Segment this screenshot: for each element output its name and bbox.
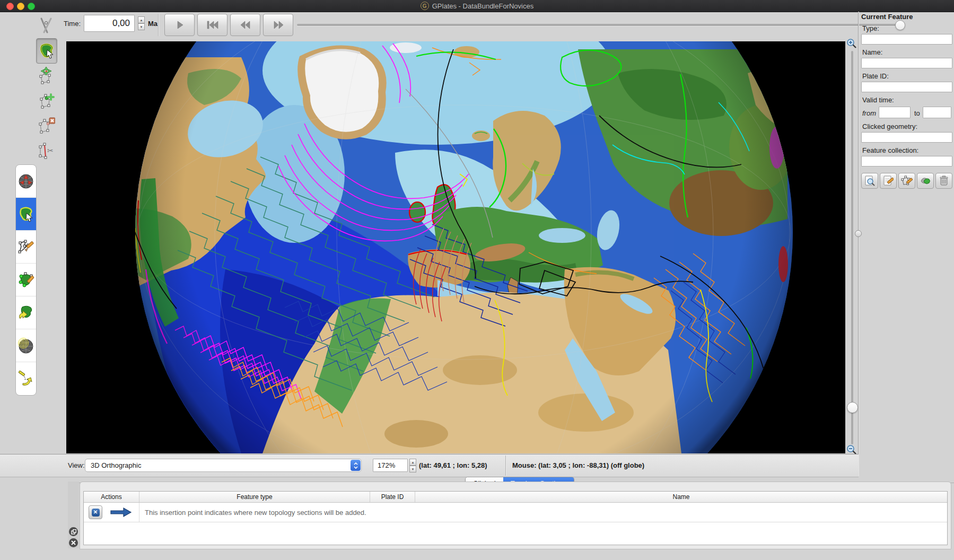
zoom-slider-handle[interactable] — [847, 402, 858, 413]
split-feature-icon: ✂ — [37, 142, 55, 161]
workflow-view-reconstruction[interactable] — [16, 165, 36, 198]
feature-inspection-icon — [17, 206, 34, 223]
choose-feature-icon — [38, 42, 55, 59]
tool-choose-feature[interactable] — [36, 38, 57, 64]
type-label: Type: — [862, 24, 952, 32]
time-input[interactable]: 0,00 — [84, 15, 135, 32]
name-field[interactable] — [861, 58, 952, 68]
plate-id-label: Plate ID: — [862, 72, 952, 80]
zoom-percent-stepper[interactable]: ▲▼ — [409, 459, 416, 472]
panel-splitter-handle[interactable] — [855, 230, 862, 237]
close-panel-button[interactable] — [69, 538, 78, 547]
topology-sections-table: Actions Feature type Plate ID Name ✕ Thi… — [83, 491, 948, 545]
feature-collection-field[interactable] — [861, 156, 952, 167]
float-panel-icon — [71, 529, 76, 535]
play-icon — [176, 20, 184, 30]
step-forward-icon — [272, 20, 285, 30]
col-actions[interactable]: Actions — [84, 492, 139, 502]
zoom-percent-input[interactable]: 172% — [373, 459, 408, 472]
close-panel-icon — [71, 540, 76, 545]
remove-insertion-icon: ✕ — [92, 509, 100, 517]
name-label: Name: — [862, 48, 952, 56]
col-name[interactable]: Name — [415, 492, 947, 502]
view-projection-value: 3D Orthographic — [91, 461, 141, 469]
workflow-strip — [15, 164, 37, 396]
camera-position: (lat: 49,61 ; lon: 5,28) — [419, 461, 487, 469]
current-feature-title: Current Feature — [861, 13, 952, 21]
gplates-window: G GPlates - DataBundleForNovices Time: 0… — [0, 0, 954, 560]
workflow-digitisation[interactable] — [16, 231, 36, 264]
workflow-hellinger[interactable] — [16, 362, 36, 395]
time-slider[interactable] — [297, 24, 904, 26]
window-title: GPlates - DataBundleForNovices — [432, 2, 533, 10]
insertion-arrow-icon — [110, 507, 132, 518]
table-row[interactable]: ✕ This insertion point indicates where n… — [84, 503, 947, 522]
select-chevrons-icon — [351, 460, 361, 471]
globe-canvas[interactable] — [66, 41, 845, 453]
clicked-geometry-field[interactable] — [861, 132, 952, 143]
col-plate-id[interactable]: Plate ID — [370, 492, 415, 502]
remove-insertion-point-button[interactable]: ✕ — [89, 505, 102, 519]
seek-start-icon — [206, 20, 220, 30]
col-feature-type[interactable]: Feature type — [139, 492, 370, 502]
type-field[interactable] — [861, 34, 952, 45]
tool-measure-distance[interactable] — [36, 13, 56, 38]
play-button[interactable] — [164, 14, 195, 36]
workflow-small-circle[interactable] — [16, 329, 36, 362]
move-vertex-icon — [38, 67, 55, 86]
delete-feature-button[interactable] — [935, 173, 952, 189]
zoom-window-button[interactable] — [28, 3, 35, 10]
valid-time-from-field[interactable] — [879, 107, 911, 118]
zoom-slider-track[interactable] — [851, 51, 853, 444]
step-forward-button[interactable] — [263, 14, 293, 36]
plate-id-field[interactable] — [861, 82, 952, 92]
svg-text:✂: ✂ — [47, 146, 54, 155]
valid-time-label: Valid time: — [862, 96, 952, 104]
delete-vertex-icon — [37, 117, 55, 136]
globe-view[interactable] — [66, 41, 845, 453]
minimize-window-button[interactable] — [17, 3, 24, 10]
topology-sections-panel: Actions Feature type Plate ID Name ✕ Thi… — [80, 482, 951, 549]
query-feature-button[interactable] — [861, 173, 878, 189]
tool-split-feature[interactable]: ✂ — [36, 139, 56, 163]
edit-geometry-icon — [901, 176, 913, 186]
workflow-feature-inspection[interactable] — [16, 198, 36, 231]
close-window-button[interactable] — [6, 3, 14, 10]
valid-time-to-field[interactable] — [923, 107, 951, 118]
mouse-position: Mouse: (lat: 3,05 ; lon: -88,31) (off gl… — [512, 461, 644, 469]
view-label: View: — [68, 461, 85, 469]
small-circle-icon — [17, 337, 34, 354]
seek-start-button[interactable] — [197, 14, 227, 36]
statusbar-separator — [505, 456, 506, 476]
clicked-geometry-label: Clicked geometry: — [862, 122, 952, 130]
titlebar: G GPlates - DataBundleForNovices — [0, 0, 954, 12]
edit-geometry-button[interactable] — [898, 173, 915, 189]
step-back-button[interactable] — [230, 14, 260, 36]
workflow-pole-manipulation[interactable] — [16, 296, 36, 329]
time-toolbar: Time: 0,00 ▲▼ Ma — [59, 13, 854, 38]
clone-feature-button[interactable] — [917, 173, 934, 189]
tool-move-vertex[interactable] — [36, 64, 56, 89]
topology-icon — [17, 272, 34, 288]
hellinger-icon — [17, 370, 34, 387]
view-projection-select[interactable]: 3D Orthographic — [85, 459, 362, 472]
time-stepper[interactable]: ▲▼ — [138, 16, 145, 30]
tool-delete-vertex[interactable] — [36, 114, 56, 138]
insertion-point-text: This insertion point indicates where new… — [139, 503, 947, 522]
view-statusbar: View: 3D Orthographic 172% ▲▼ (lat: 49,6… — [0, 454, 859, 477]
workflow-topology-tools[interactable] — [16, 264, 36, 296]
insert-vertex-icon — [38, 92, 55, 111]
measure-distance-icon — [38, 16, 54, 34]
pole-manipulation-icon — [17, 304, 34, 321]
panel-button-strip — [68, 482, 79, 548]
clone-feature-icon — [920, 176, 931, 186]
zoom-slider-strip — [846, 37, 858, 456]
zoom-in-icon[interactable] — [846, 38, 857, 49]
time-unit-label: Ma — [148, 20, 157, 28]
float-panel-button[interactable] — [69, 527, 78, 536]
tool-insert-vertex[interactable] — [36, 89, 56, 113]
query-feature-icon — [864, 176, 875, 186]
panel-splitter[interactable] — [858, 12, 859, 476]
zoom-out-icon[interactable] — [846, 444, 857, 455]
edit-feature-button[interactable] — [880, 173, 897, 189]
